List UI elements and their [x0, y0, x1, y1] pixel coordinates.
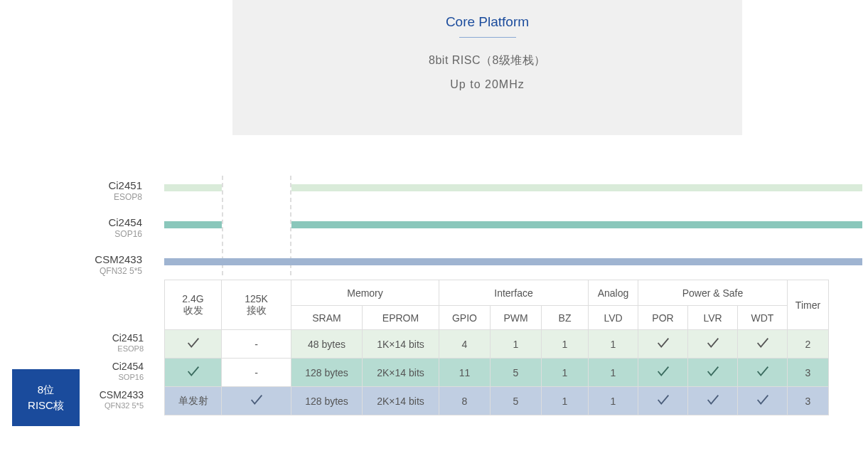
core-platform-box: Core Platform 8bit RISC（8级堆栈） Up to 20MH… [232, 0, 742, 135]
cell-gpio: 4 [439, 330, 491, 359]
cell-lvr [688, 359, 738, 387]
cell-lvd: 1 [589, 330, 638, 359]
check-icon [755, 364, 771, 379]
cell-sram: 128 bytes [291, 359, 363, 387]
cell-sram: 128 bytes [291, 387, 363, 415]
col-interface: Interface [439, 280, 589, 306]
badge-line1: 8位 [38, 382, 54, 398]
col-memory: Memory [291, 280, 439, 306]
cell-timer: 2 [788, 330, 829, 359]
cell-eprom: 1K×14 bits [363, 330, 439, 359]
cell-125k [222, 387, 291, 415]
table-row: - 128 bytes 2K×14 bits 11 5 1 1 3 [165, 359, 829, 387]
col-power: Power & Safe [638, 280, 788, 306]
cell-por [638, 387, 688, 415]
table-row: 单发射 128 bytes 2K×14 bits 8 5 1 1 3 [165, 387, 829, 415]
col-sram: SRAM [291, 306, 363, 330]
check-icon [186, 335, 201, 351]
check-icon [755, 392, 771, 408]
col-bz: BZ [542, 306, 589, 330]
check-icon [705, 392, 721, 408]
col-pwm: PWM [491, 306, 542, 330]
cell-2p4g: 单发射 [165, 387, 222, 415]
cell-timer: 3 [788, 387, 829, 415]
product-name: CSM2433 [92, 390, 144, 400]
col-lvr: LVR [688, 306, 738, 330]
cell-pwm: 1 [491, 330, 542, 359]
cell-gpio: 8 [439, 387, 491, 415]
col-gpio: GPIO [439, 306, 491, 330]
col-timer: Timer [788, 280, 829, 330]
product-label-ci2451: Ci2451 ESOP8 [89, 179, 142, 202]
divider [459, 37, 516, 38]
col-lvd: LVD [589, 306, 638, 330]
bar-ci2451-seg2 [291, 184, 862, 191]
col-eprom: EPROM [363, 306, 439, 330]
cell-pwm: 5 [491, 387, 542, 415]
cell-lvd: 1 [589, 387, 638, 415]
bar-ci2451-seg1 [164, 184, 222, 191]
cell-bz: 1 [542, 330, 589, 359]
core-detail-1: 8bit RISC（8级堆栈） [232, 53, 742, 68]
cell-2p4g [165, 330, 222, 359]
check-icon [655, 364, 671, 379]
cell-lvd: 1 [589, 359, 638, 387]
product-package: SOP16 [92, 373, 144, 381]
product-name: Ci2454 [89, 216, 142, 228]
product-label-csm2433: CSM2433 QFN32 5*5 [89, 253, 142, 276]
row-label-ci2451: Ci2451 ESOP8 [92, 333, 144, 353]
core-detail-2: Up to 20MHz [232, 78, 742, 91]
col-wdt: WDT [738, 306, 788, 330]
product-name: Ci2451 [89, 179, 142, 191]
cell-wdt [738, 330, 788, 359]
cell-sram: 48 bytes [291, 330, 363, 359]
col-por: POR [638, 306, 688, 330]
check-icon [655, 335, 671, 351]
cell-bz: 1 [542, 387, 589, 415]
badge-line2: RISC核 [28, 398, 64, 414]
check-icon [705, 364, 721, 379]
cell-lvr [688, 330, 738, 359]
product-name: Ci2454 [92, 361, 144, 372]
check-icon [186, 364, 201, 379]
cell-por [638, 330, 688, 359]
cell-timer: 3 [788, 359, 829, 387]
spec-table: 2.4G 收发 125K 接收 Memory Interface Analog … [164, 280, 829, 415]
check-icon [249, 392, 264, 408]
cell-lvr [688, 387, 738, 415]
product-label-ci2454: Ci2454 SOP16 [89, 216, 142, 239]
row-label-ci2454: Ci2454 SOP16 [92, 361, 144, 381]
col-125k: 125K 接收 [222, 280, 291, 330]
bar-csm2433-seg2 [222, 258, 862, 265]
cell-eprom: 2K×14 bits [363, 359, 439, 387]
product-package: ESOP8 [92, 344, 144, 353]
product-package: SOP16 [89, 229, 142, 239]
check-icon [755, 335, 771, 351]
cell-bz: 1 [542, 359, 589, 387]
col-2p4g: 2.4G 收发 [165, 280, 222, 330]
risc-core-badge: 8位 RISC核 [12, 369, 80, 426]
check-icon [655, 392, 671, 408]
cell-wdt [738, 387, 788, 415]
table-row: - 48 bytes 1K×14 bits 4 1 1 1 2 [165, 330, 829, 359]
cell-125k: - [222, 359, 291, 387]
cell-2p4g [165, 359, 222, 387]
product-name: Ci2451 [92, 333, 144, 344]
product-package: ESOP8 [89, 192, 142, 202]
bar-ci2454-seg1 [164, 221, 222, 228]
bar-csm2433-seg1 [164, 258, 222, 265]
product-package: QFN32 5*5 [89, 266, 142, 276]
cell-wdt [738, 359, 788, 387]
product-name: CSM2433 [89, 253, 142, 265]
col-analog: Analog [589, 280, 638, 306]
bar-ci2454-seg2 [291, 221, 862, 228]
cell-125k: - [222, 330, 291, 359]
cell-pwm: 5 [491, 359, 542, 387]
check-icon [705, 335, 721, 351]
cell-por [638, 359, 688, 387]
cell-gpio: 11 [439, 359, 491, 387]
row-label-csm2433: CSM2433 QFN32 5*5 [92, 390, 144, 410]
core-title: Core Platform [232, 14, 742, 30]
product-package: QFN32 5*5 [92, 401, 144, 410]
cell-eprom: 2K×14 bits [363, 387, 439, 415]
